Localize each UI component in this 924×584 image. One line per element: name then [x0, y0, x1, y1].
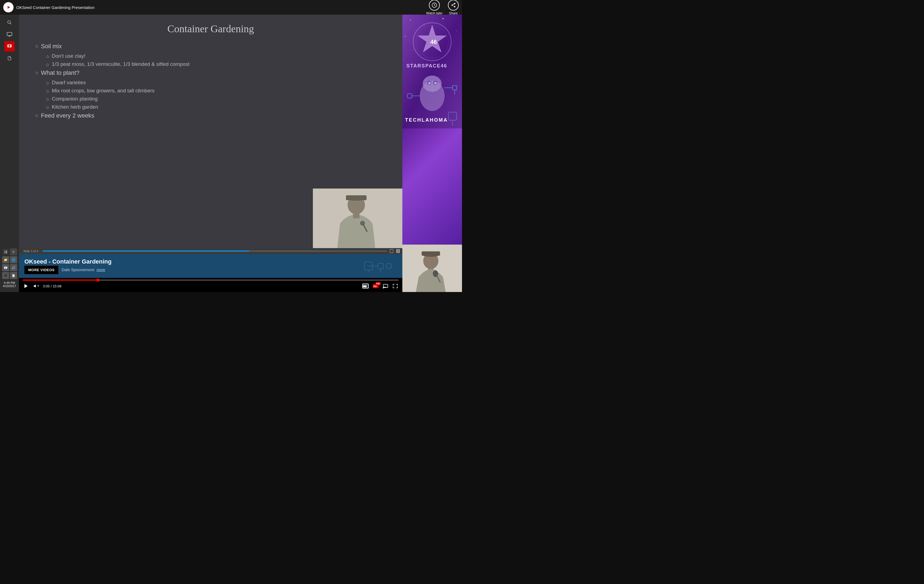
video-title: OKSeed Container Gardening Presentation	[16, 5, 95, 10]
starspace-bg-svg: 46 STARSPACE46	[403, 15, 462, 128]
svg-rect-10	[4, 250, 8, 254]
watch-later-icon	[429, 0, 440, 11]
play-button[interactable]	[23, 283, 29, 289]
slide-title: Container Gardening	[35, 23, 386, 35]
svg-point-59	[423, 76, 442, 92]
svg-point-67	[428, 82, 431, 84]
sidebar-file[interactable]	[4, 53, 15, 63]
bullet-peat-moss: ◇ 1/3 peat moss, 1/3 vermiculite, 1/3 bl…	[46, 61, 386, 67]
more-videos-button[interactable]: MORE VIDEOS	[25, 266, 58, 274]
watch-later-button[interactable]: Watch later	[426, 0, 442, 15]
progress-bar-fill	[23, 280, 98, 281]
right-panel: 46 STARSPACE46	[403, 15, 462, 292]
svg-point-34	[386, 263, 391, 269]
mute-button[interactable]	[33, 283, 40, 289]
time-display: 3:05 / 15:08	[43, 284, 61, 288]
progress-dot	[96, 278, 99, 282]
slide-bottom-bar: Slide 3 of 4	[19, 248, 403, 254]
taskbar-icon-2[interactable]: S	[10, 248, 17, 255]
svg-text:HD: HD	[373, 285, 377, 288]
diamond-icon-7: ◇	[46, 97, 49, 101]
clock-time: 5:49 PM	[3, 281, 16, 285]
svg-text:STARSPACE46: STARSPACE46	[406, 63, 447, 69]
bullet-mix-root-text: Mix root crops, low growers, and tall cl…	[52, 88, 155, 94]
bullet-no-clay: ◇ Don't use clay!	[46, 53, 386, 59]
taskbar-icon-5[interactable]: 📧	[2, 264, 9, 271]
diamond-icon: ◇	[35, 44, 38, 48]
svg-rect-14	[6, 252, 7, 253]
svg-point-48	[442, 18, 444, 19]
watch-later-label: Watch later	[426, 12, 442, 15]
fit-screen-icon[interactable]	[389, 249, 394, 253]
right-controls: CC HD HD	[362, 283, 399, 289]
taskbar-icon-6[interactable]: 🔊	[10, 264, 17, 271]
svg-rect-20	[346, 195, 366, 200]
slide-indicator: Slide 3 of 4	[21, 249, 40, 253]
hd-badge: HD	[376, 282, 381, 285]
svg-marker-35	[25, 284, 28, 288]
video-info-subtitle: MORE VIDEOS Dale Spoonemore more	[25, 266, 112, 274]
youtube-logo[interactable]	[3, 2, 13, 12]
svg-rect-11	[4, 250, 5, 252]
presenter-overlay	[313, 189, 403, 248]
video-container: Container Gardening ◇ Soil mix ◇ Don't u…	[19, 15, 403, 292]
bullet-dwarf-text: Dwarf varieties	[52, 80, 86, 86]
bullet-peat-moss-text: 1/3 peat moss, 1/3 vermiculite, 1/3 blen…	[52, 61, 190, 67]
taskbar-icon-4[interactable]: 🌐	[10, 256, 17, 263]
cast-button[interactable]	[382, 283, 389, 289]
taskbar-strip: S 📁 🌐 📧 🔊 ⚙ 📋	[1, 247, 18, 289]
svg-point-44	[383, 287, 384, 288]
svg-rect-24	[390, 250, 393, 253]
video-controls: 3:05 / 15:08 CC H	[19, 278, 403, 292]
sidebar-presentation[interactable]	[4, 41, 15, 51]
slide-area: Container Gardening ◇ Soil mix ◇ Don't u…	[19, 15, 403, 248]
bullet-soil-mix: ◇ Soil mix	[35, 43, 386, 50]
bullet-herb-garden: ◇ Kitchen herb garden	[46, 104, 386, 110]
share-button[interactable]: Share	[448, 0, 459, 15]
taskbar-icon-7[interactable]: ⚙	[2, 272, 9, 279]
svg-rect-31	[378, 263, 383, 269]
starspace-promo: 46 STARSPACE46	[403, 15, 462, 245]
bullet-what-to-plant: ◇ What to plant?	[35, 69, 386, 76]
hd-button[interactable]: HD HD	[372, 283, 380, 289]
cc-button[interactable]: CC	[362, 283, 369, 289]
clock-display: 5:49 PM 4/19/2017	[3, 281, 16, 288]
diamond-icon-2: ◇	[46, 54, 49, 59]
left-sidebar: S 📁 🌐 📧 🔊 ⚙ 📋	[0, 15, 19, 292]
more-link[interactable]: more	[97, 268, 105, 272]
video-author: Dale Spoonemore	[61, 267, 94, 272]
share-label: Share	[449, 12, 458, 15]
diamond-icon-4: ◇	[35, 71, 38, 75]
svg-point-68	[434, 82, 437, 84]
presenter-figure	[313, 189, 403, 248]
taskbar-icons-grid: S 📁 🌐 📧 🔊 ⚙ 📋	[1, 247, 18, 280]
bullet-dwarf: ◇ Dwarf varieties	[46, 80, 386, 86]
progress-bar[interactable]	[23, 280, 399, 281]
taskbar-icon-3[interactable]: 📁	[2, 256, 9, 263]
clock-date: 4/19/2017	[3, 285, 16, 288]
presenter-pip-svg	[403, 245, 462, 292]
svg-rect-13	[4, 252, 5, 253]
grid-view-icon[interactable]	[396, 249, 400, 253]
bullet-feed-text: Feed every 2 weeks	[41, 112, 94, 119]
svg-text:S: S	[13, 251, 13, 253]
taskbar-icon-1[interactable]	[2, 248, 9, 255]
fullscreen-button[interactable]	[392, 283, 399, 289]
sidebar-search[interactable]	[4, 17, 15, 28]
bullet-feed: ◇ Feed every 2 weeks	[35, 112, 386, 119]
sidebar-monitor[interactable]	[4, 29, 15, 39]
svg-line-4	[10, 23, 12, 25]
svg-rect-26	[398, 249, 400, 251]
circuit-decoration	[343, 258, 397, 274]
diamond-icon-9: ◇	[35, 113, 38, 118]
svg-point-3	[8, 21, 11, 23]
svg-point-23	[360, 221, 365, 225]
bullet-no-clay-text: Don't use clay!	[52, 53, 86, 59]
controls-row: 3:05 / 15:08 CC H	[23, 282, 399, 290]
taskbar-icon-8[interactable]: 📋	[10, 272, 17, 279]
diamond-icon-3: ◇	[46, 62, 49, 67]
diamond-icon-5: ◇	[46, 81, 49, 85]
svg-point-47	[424, 25, 424, 26]
svg-rect-25	[396, 249, 398, 251]
svg-point-46	[410, 20, 411, 21]
